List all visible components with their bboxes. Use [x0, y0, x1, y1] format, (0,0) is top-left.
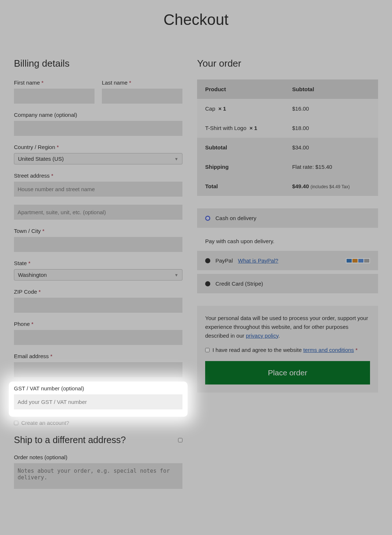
billing-heading: Billing details: [14, 58, 182, 69]
shipping-value: Flat rate: $15.40: [284, 157, 378, 177]
email-input[interactable]: [14, 362, 182, 377]
order-notes-textarea[interactable]: [14, 463, 182, 489]
page-title: Checkout: [14, 11, 378, 29]
country-label: Country / Region *: [14, 144, 182, 150]
terms-label: I have read and agree to the website ter…: [212, 347, 358, 353]
table-row: Cap × 1 $16.00: [197, 99, 378, 118]
last-name-input[interactable]: [102, 89, 182, 104]
city-label: Town / City *: [14, 228, 182, 234]
country-value: United States (US): [18, 156, 64, 162]
payment-option-stripe[interactable]: Credit Card (Stripe): [197, 274, 378, 293]
phone-input[interactable]: [14, 330, 182, 345]
last-name-label: Last name *: [102, 79, 182, 86]
phone-label: Phone *: [14, 321, 182, 327]
table-row: T-Shirt with Logo × 1 $18.00: [197, 118, 378, 138]
state-label: State *: [14, 260, 182, 266]
company-label: Company name (optional): [14, 112, 182, 118]
first-name-input[interactable]: [14, 89, 95, 104]
zip-label: ZIP Code *: [14, 289, 182, 295]
gst-input[interactable]: [14, 394, 182, 409]
city-input[interactable]: [14, 237, 182, 252]
payment-card-icons: [346, 258, 370, 263]
place-order-button[interactable]: Place order: [205, 361, 370, 384]
chevron-down-icon: ▼: [174, 273, 178, 277]
total-value: $49.40 (includes $4.49 Tax): [284, 177, 378, 196]
create-account-label: Create an account?: [21, 420, 69, 426]
order-col-subtotal: Subtotal: [284, 79, 378, 99]
street-label: Street address *: [14, 172, 182, 179]
payment-cod-desc: Pay with cash upon delivery.: [197, 231, 378, 251]
create-account-checkbox[interactable]: [14, 421, 18, 425]
street2-input[interactable]: [14, 205, 182, 220]
radio-icon: [205, 281, 210, 286]
radio-selected-icon: [205, 216, 210, 221]
payment-option-paypal[interactable]: PayPal What is PayPal?: [197, 251, 378, 270]
street1-input[interactable]: [14, 182, 182, 197]
first-name-label: First name *: [14, 79, 95, 86]
email-label: Email address *: [14, 353, 182, 359]
payment-paypal-label: PayPal: [215, 257, 233, 264]
chevron-down-icon: ▼: [174, 157, 178, 161]
radio-icon: [205, 258, 210, 263]
terms-link[interactable]: terms and conditions: [303, 347, 354, 353]
gst-label: GST / VAT number (optional): [14, 385, 182, 391]
zip-input[interactable]: [14, 298, 182, 313]
company-input[interactable]: [14, 121, 182, 136]
order-table: Product Subtotal Cap × 1 $16.00 T-Shirt …: [197, 79, 378, 196]
order-col-product: Product: [197, 79, 284, 99]
subtotal-label: Subtotal: [197, 138, 284, 157]
state-select[interactable]: Washington ▼: [14, 269, 182, 280]
payment-option-cod[interactable]: Cash on delivery: [197, 208, 378, 228]
terms-checkbox[interactable]: [205, 348, 210, 352]
country-select[interactable]: United States (US) ▼: [14, 153, 182, 164]
ship-different-heading: Ship to a different address?: [14, 435, 126, 445]
order-notes-label: Order notes (optional): [14, 454, 182, 460]
total-label: Total: [197, 177, 284, 196]
ship-different-checkbox[interactable]: [178, 438, 182, 442]
shipping-label: Shipping: [197, 157, 284, 177]
privacy-text: Your personal data will be used to proce…: [205, 314, 370, 340]
privacy-policy-link[interactable]: privacy policy: [246, 332, 278, 339]
state-value: Washington: [18, 272, 47, 278]
payment-cod-label: Cash on delivery: [215, 215, 256, 221]
payment-stripe-label: Credit Card (Stripe): [215, 280, 263, 287]
subtotal-value: $34.00: [284, 138, 378, 157]
order-heading: Your order: [197, 58, 378, 69]
what-is-paypal-link[interactable]: What is PayPal?: [238, 257, 278, 264]
